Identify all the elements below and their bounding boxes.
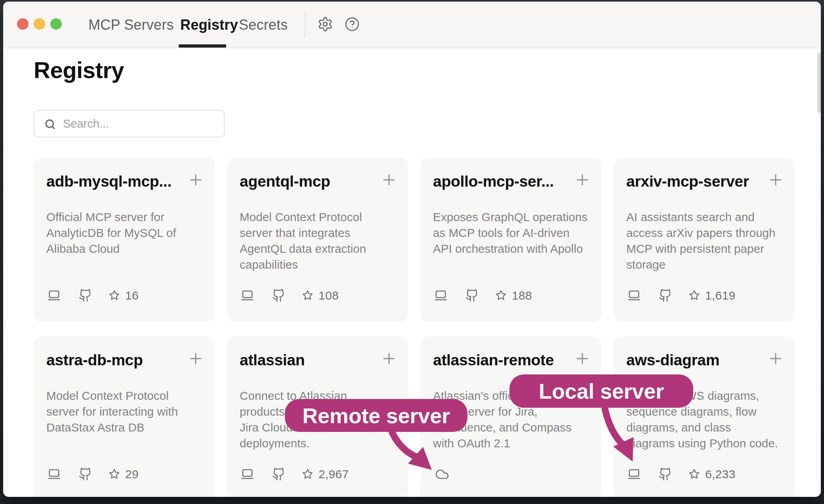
add-server-button[interactable] xyxy=(187,350,204,367)
server-description: Exposes GraphQL operationsas MCP tools f… xyxy=(433,209,590,257)
add-server-button[interactable] xyxy=(767,350,784,367)
server-name: apollo-mcp-ser... xyxy=(433,172,570,191)
add-server-button[interactable] xyxy=(380,350,398,367)
add-server-button[interactable] xyxy=(574,171,591,189)
star-icon xyxy=(301,468,314,480)
github-icon xyxy=(465,288,479,302)
server-name: atlassian-remote xyxy=(433,351,570,370)
page-title: Registry xyxy=(34,56,124,84)
server-name: arxiv-mcp-server xyxy=(626,172,763,191)
titlebar[interactable]: MCP Servers Registry Secrets xyxy=(3,2,821,48)
tab-mcp-servers[interactable]: MCP Servers xyxy=(88,17,174,33)
laptop-icon xyxy=(626,289,642,302)
registry-card-grid: adb-mysql-mcp... Official MCP server for… xyxy=(34,158,795,497)
server-name: agentql-mcp xyxy=(240,172,376,191)
star-count: 6,233 xyxy=(705,468,736,481)
star-icon xyxy=(108,468,120,480)
server-card-adb-mysql-mcp[interactable]: adb-mysql-mcp... Official MCP server for… xyxy=(34,158,215,322)
cloud-icon xyxy=(433,467,451,481)
plus-icon xyxy=(767,350,784,367)
server-card-apollo-mcp-ser[interactable]: apollo-mcp-ser... Exposes GraphQL operat… xyxy=(420,158,601,322)
star-count: 1,619 xyxy=(705,289,736,302)
laptop-icon xyxy=(240,289,255,302)
add-server-button[interactable] xyxy=(380,171,398,189)
vertical-scrollbar-thumb[interactable] xyxy=(817,53,821,113)
add-server-button[interactable] xyxy=(187,171,204,189)
server-meta: 1,619 xyxy=(626,288,736,302)
star-count: 16 xyxy=(125,289,139,302)
add-server-button[interactable] xyxy=(767,171,784,189)
star-icon xyxy=(301,289,314,302)
search-icon xyxy=(44,118,56,132)
plus-icon xyxy=(767,171,784,189)
server-description: AI assistants search andaccess arXiv pap… xyxy=(626,209,784,273)
server-description: Official MCP server forAnalyticDB for My… xyxy=(46,209,204,257)
server-description: Model Context Protocolserver that integr… xyxy=(240,209,397,273)
server-card-agentql-mcp[interactable]: agentql-mcp Model Context Protocolserver… xyxy=(227,158,408,322)
laptop-icon xyxy=(240,468,255,481)
server-name: aws-diagram xyxy=(626,351,763,370)
help-icon[interactable] xyxy=(345,17,360,32)
star-count: 108 xyxy=(319,289,339,302)
server-card-astra-db-mcp[interactable]: astra-db-mcp Model Context Protocolserve… xyxy=(34,336,215,497)
server-meta: 188 xyxy=(433,288,532,302)
server-meta: 6,233 xyxy=(626,467,736,481)
app-window: MCP Servers Registry Secrets Registry xyxy=(3,2,821,497)
server-name: adb-mysql-mcp... xyxy=(46,172,183,191)
settings-gear-icon[interactable] xyxy=(317,16,333,32)
plus-icon xyxy=(187,350,204,367)
laptop-icon xyxy=(433,289,448,302)
laptop-icon xyxy=(626,468,642,481)
zoom-window-button[interactable] xyxy=(50,18,62,30)
add-server-button[interactable] xyxy=(574,350,591,367)
github-icon xyxy=(658,288,672,302)
remote-server-callout: Remote server xyxy=(285,399,467,432)
close-window-button[interactable] xyxy=(17,18,29,30)
star-icon xyxy=(688,289,700,302)
laptop-icon xyxy=(46,468,62,481)
star-count: 188 xyxy=(512,289,532,302)
github-icon xyxy=(272,467,286,481)
server-name: atlassian xyxy=(240,351,376,370)
plus-icon xyxy=(380,350,398,367)
server-name: astra-db-mcp xyxy=(46,351,183,370)
tab-secrets[interactable]: Secrets xyxy=(239,17,288,33)
star-count: 29 xyxy=(125,468,139,481)
plus-icon xyxy=(380,171,398,189)
server-meta: 29 xyxy=(46,467,139,481)
github-icon xyxy=(658,467,672,481)
header-divider xyxy=(305,10,305,38)
star-icon xyxy=(495,289,507,302)
github-icon xyxy=(78,288,92,302)
desktop-background: MCP Servers Registry Secrets Registry xyxy=(0,0,824,504)
github-icon xyxy=(272,288,286,302)
search-box[interactable] xyxy=(34,110,225,137)
local-server-callout: Local server xyxy=(509,374,693,408)
search-input[interactable] xyxy=(63,111,217,137)
server-description: Model Context Protocolserver for interac… xyxy=(46,388,204,435)
star-icon xyxy=(688,468,700,480)
server-meta: 108 xyxy=(240,288,339,302)
server-meta: 2,967 xyxy=(240,467,349,481)
star-count: 2,967 xyxy=(319,468,349,481)
plus-icon xyxy=(574,350,591,367)
github-icon xyxy=(78,467,92,481)
laptop-icon xyxy=(46,289,62,302)
active-tab-indicator xyxy=(179,44,226,48)
tab-registry[interactable]: Registry xyxy=(180,17,238,33)
plus-icon xyxy=(574,171,591,189)
server-card-aws-diagram[interactable]: aws-diagram Generate AWS diagrams,sequen… xyxy=(614,336,795,497)
server-meta xyxy=(433,467,451,481)
server-card-arxiv-mcp-server[interactable]: arxiv-mcp-server AI assistants search an… xyxy=(614,158,795,322)
minimize-window-button[interactable] xyxy=(34,18,45,30)
star-icon xyxy=(108,289,120,302)
plus-icon xyxy=(187,171,204,189)
server-meta: 16 xyxy=(46,288,139,302)
